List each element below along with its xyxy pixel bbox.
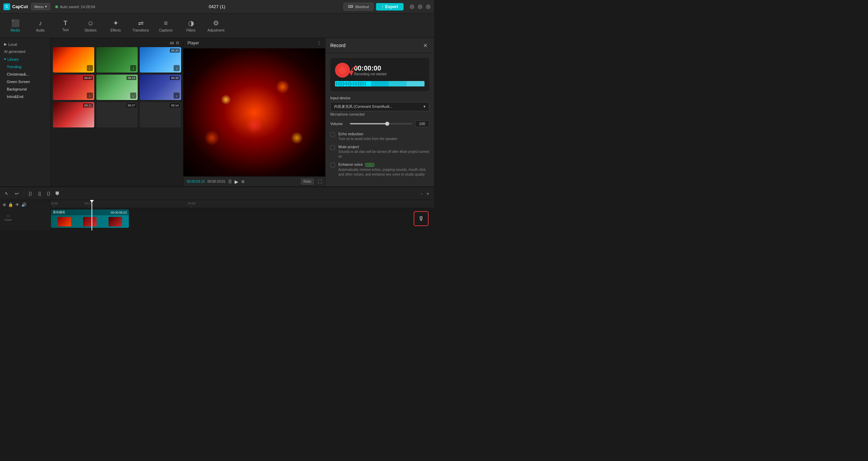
- tool-effects[interactable]: ✦ Effects: [104, 16, 127, 36]
- media-thumb-1[interactable]: ↓: [53, 47, 94, 73]
- download-icon-4[interactable]: ↓: [87, 93, 93, 99]
- stickers-icon: ☺: [87, 19, 94, 27]
- sidebar-item-background[interactable]: Background: [0, 85, 51, 93]
- device-select[interactable]: 内装麦克风 (Conexant SmartAudi... ▾: [330, 102, 429, 111]
- record-panel: Record ✕: [326, 38, 434, 186]
- split-tool[interactable]: |⟩: [27, 189, 33, 198]
- lock-icon[interactable]: 🔒: [8, 202, 13, 207]
- media-thumb-5[interactable]: 00:13 ↓: [96, 75, 138, 100]
- duration-5: 00:13: [126, 76, 136, 80]
- tool-filters-label: Filters: [186, 28, 195, 32]
- tool-filters[interactable]: ◑ Filters: [179, 16, 203, 36]
- device-chevron-icon: ▾: [423, 104, 426, 109]
- player-video[interactable]: [183, 48, 325, 176]
- settings-icon[interactable]: ⚙: [241, 179, 245, 184]
- download-icon-6[interactable]: ↓: [174, 93, 180, 99]
- transitions-icon: ⇌: [138, 19, 144, 27]
- trim-tool[interactable]: ⟨⟩: [45, 189, 52, 198]
- filters-icon: ◑: [188, 19, 194, 27]
- trending-label: Trending: [7, 65, 21, 69]
- fireworks-sparks: [183, 48, 325, 176]
- local-item[interactable]: ▶ Local: [4, 42, 17, 46]
- topbar-right: ⌨ Shortcut ↑ Export — □ ✕: [343, 3, 431, 11]
- tool-audio[interactable]: ♪ Audio: [28, 16, 52, 36]
- fullscreen-icon[interactable]: ⛶: [318, 179, 322, 184]
- tool-adjustment[interactable]: ⚙ Adjustment: [204, 16, 228, 36]
- shortcut-button[interactable]: ⌨ Shortcut: [343, 3, 373, 11]
- download-icon-3[interactable]: ↓: [174, 65, 180, 71]
- volume-slider[interactable]: [350, 123, 412, 124]
- player-title: Player: [188, 41, 199, 45]
- sidebar-item-greenscreen[interactable]: Green Screen: [0, 78, 51, 85]
- download-icon-1[interactable]: ↓: [87, 65, 93, 71]
- media-thumb-2[interactable]: ↓: [96, 47, 138, 73]
- split-left-tool[interactable]: ⟨|: [37, 189, 42, 198]
- mute-icon[interactable]: 🔊: [21, 202, 26, 207]
- export-icon: ↑: [381, 4, 383, 9]
- player-menu-icon[interactable]: ⋮: [317, 41, 321, 45]
- media-thumb-7[interactable]: 00:11: [53, 102, 94, 127]
- echo-reduction-checkbox[interactable]: [330, 132, 335, 137]
- audio-icon: ♪: [39, 19, 42, 27]
- export-label: Export: [385, 4, 398, 9]
- enhance-voice-checkbox[interactable]: [330, 163, 335, 167]
- mic-icon: 🎙: [418, 215, 424, 222]
- zoom-out-button[interactable]: -: [419, 189, 424, 198]
- video-clip-header: 真实烟花 00:00:06:22: [51, 209, 129, 215]
- download-icon-5[interactable]: ↓: [130, 93, 136, 99]
- local-header: ▶ Local: [0, 41, 51, 48]
- media-thumb-4[interactable]: 00:07 ↓: [53, 75, 94, 100]
- zoom-in-button[interactable]: +: [425, 189, 431, 198]
- sidebar-item-christmas[interactable]: Christmas&...: [0, 71, 51, 78]
- record-indicator-area: 00:00:00 Recording not started: [330, 58, 429, 91]
- duration-3: 00:20: [170, 48, 180, 53]
- timeline-left-controls: ⊕ 🔒 👁 🔊: [0, 200, 51, 209]
- volume-input[interactable]: 100: [415, 120, 429, 127]
- playhead-head: [90, 200, 94, 203]
- duration-6: 00:32: [170, 76, 180, 80]
- volume-thumb[interactable]: [385, 122, 389, 126]
- sidebar-item-trending[interactable]: Trending: [0, 63, 51, 71]
- mic-connected-status: Microphone connected: [330, 113, 429, 116]
- sidebar-item-intro[interactable]: Intro&End: [0, 93, 51, 100]
- app-logo: C CapCut: [3, 3, 28, 10]
- close-button[interactable]: ✕: [426, 4, 431, 9]
- record-title: Record: [330, 43, 346, 48]
- media-thumb-9[interactable]: 00:14: [140, 102, 181, 127]
- play-button[interactable]: ▶: [235, 179, 238, 184]
- timeline-view-icon[interactable]: ☰: [228, 179, 232, 184]
- cursor-tool[interactable]: ↖: [3, 189, 10, 198]
- media-thumb-8[interactable]: 00:27: [96, 102, 138, 127]
- tool-stickers[interactable]: ☺ Stickers: [79, 16, 102, 36]
- duration-8: 00:27: [126, 103, 136, 107]
- enhance-voice-text: Enhance voice Free Automatically remove …: [338, 162, 429, 177]
- clip-duration: 00:00:06:22: [111, 211, 127, 214]
- add-track-icon[interactable]: ⊕: [3, 202, 6, 207]
- effects-icon: ✦: [113, 19, 119, 27]
- menu-button[interactable]: Menu ▾: [31, 3, 50, 10]
- green-screen-label: Green Screen: [7, 80, 30, 84]
- tool-media[interactable]: ⬛ Media: [3, 16, 27, 36]
- minimize-button[interactable]: —: [410, 4, 414, 9]
- menu-chevron-icon: ▾: [45, 4, 47, 9]
- media-thumb-6[interactable]: 00:32 ↓: [140, 75, 181, 100]
- time-total: 00:00:10:01: [208, 180, 225, 183]
- timeline-btn-group: - +: [419, 189, 431, 198]
- record-close-button[interactable]: ✕: [421, 41, 429, 49]
- maximize-button[interactable]: □: [418, 4, 422, 9]
- cover-button[interactable]: □ Cover: [3, 211, 14, 224]
- shield-button[interactable]: ⛊: [55, 191, 60, 196]
- media-thumb-3[interactable]: 00:20 ↓: [140, 47, 181, 73]
- mute-project-checkbox[interactable]: [330, 145, 335, 150]
- tool-captions[interactable]: ≡ Captions: [154, 16, 178, 36]
- download-icon-2[interactable]: ↓: [130, 65, 136, 71]
- mic-timeline-button[interactable]: 🎙: [414, 211, 429, 226]
- tool-transitions[interactable]: ⇌ Transitions: [129, 16, 153, 36]
- undo-button[interactable]: ↩: [14, 189, 20, 198]
- ai-generated-item[interactable]: AI generated: [0, 48, 51, 55]
- video-clip[interactable]: 真实烟花 00:00:06:22: [51, 209, 129, 228]
- export-button[interactable]: ↑ Export: [376, 3, 403, 11]
- visibility-icon[interactable]: 👁: [15, 202, 19, 207]
- tool-text[interactable]: T Text: [54, 16, 77, 36]
- ratio-button[interactable]: Ratio: [301, 179, 314, 184]
